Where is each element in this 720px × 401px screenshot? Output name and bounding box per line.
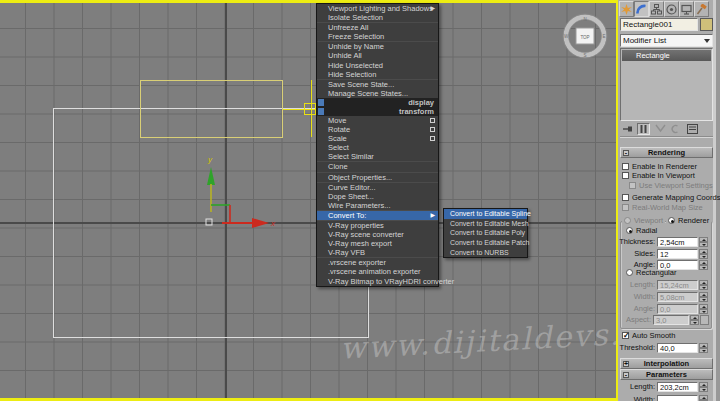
collapse-icon[interactable]: - xyxy=(623,150,629,156)
stack-toolbar xyxy=(620,122,713,137)
menu-item-vrscene-exporter[interactable]: .vrscene exporter xyxy=(317,258,438,267)
sides-input[interactable]: 12 xyxy=(657,249,698,259)
threshold-spinner[interactable] xyxy=(699,343,708,353)
menu-item-select-similar[interactable]: Select Similar xyxy=(317,152,438,161)
modifier-list-dropdown[interactable]: Modifier List xyxy=(620,34,713,47)
viewcube[interactable]: TOP N E S W xyxy=(556,8,614,66)
menu-item-curve-editor[interactable]: Curve Editor... xyxy=(317,183,438,192)
menu-item-vray-vfb[interactable]: V-Ray VFB xyxy=(317,248,438,257)
menu-item-dope-sheet[interactable]: Dope Sheet... xyxy=(317,192,438,201)
menu-item-save-scene-state[interactable]: Save Scene State... xyxy=(317,80,438,89)
modifier-stack[interactable]: Rectangle xyxy=(620,48,713,121)
menu-item-object-properties[interactable]: Object Properties... xyxy=(317,173,438,182)
sides-spinner[interactable] xyxy=(699,249,708,259)
show-end-result-button[interactable] xyxy=(637,123,650,135)
tab-display[interactable] xyxy=(679,1,694,17)
collapse-icon[interactable]: - xyxy=(623,372,629,378)
context-menu: Viewport Lighting and Shadows▶ Isolate S… xyxy=(316,3,439,287)
motion-icon xyxy=(666,4,677,15)
param-length-input[interactable]: 203,2cm xyxy=(657,382,698,392)
spinner-down-icon[interactable] xyxy=(699,387,708,392)
pin-icon xyxy=(623,124,634,134)
settings-box-icon[interactable] xyxy=(430,127,435,132)
menu-item-vray-scene-converter[interactable]: V-Ray scene converter xyxy=(317,230,438,239)
tab-motion[interactable] xyxy=(664,1,679,17)
enable-in-viewport-checkbox[interactable] xyxy=(622,172,629,179)
rectangular-radio[interactable] xyxy=(626,269,633,276)
menu-item-rotate[interactable]: Rotate xyxy=(317,125,438,134)
enable-in-renderer-checkbox[interactable] xyxy=(622,163,629,170)
viewcube-e-label: E xyxy=(602,34,605,39)
menu-item-wire-parameters[interactable]: Wire Parameters... xyxy=(317,201,438,210)
thickness-spinner[interactable] xyxy=(699,237,708,247)
spinner-down-icon[interactable] xyxy=(699,265,708,270)
object-color-swatch[interactable] xyxy=(700,18,713,31)
tab-create[interactable] xyxy=(619,1,634,17)
thickness-input[interactable]: 2,54cm xyxy=(657,237,698,247)
make-unique-button[interactable] xyxy=(654,123,667,135)
expand-icon[interactable]: + xyxy=(623,361,629,367)
y-axis-arrowhead xyxy=(207,167,215,185)
menu-item-vrscene-animation-exporter[interactable]: .vrscene animation exporter xyxy=(317,267,438,276)
spinner-down-icon[interactable] xyxy=(699,254,708,259)
pin-stack-button[interactable] xyxy=(622,123,635,135)
submenu-arrow-icon: ▶ xyxy=(430,4,435,13)
menu-item-vray-mesh-export[interactable]: V-Ray mesh export xyxy=(317,239,438,248)
menu-item-hide-selection[interactable]: Hide Selection xyxy=(317,70,438,79)
submenu-item-editable-patch[interactable]: Convert to Editable Patch xyxy=(444,238,527,248)
submenu-item-nurbs[interactable]: Convert to NURBS xyxy=(444,248,527,258)
stack-item-rectangle[interactable]: Rectangle xyxy=(622,50,711,61)
threshold-input[interactable]: 40,0 xyxy=(657,343,698,353)
param-width-input[interactable] xyxy=(657,395,698,401)
menu-item-vray-properties[interactable]: V-Ray properties xyxy=(317,221,438,230)
tab-utilities[interactable] xyxy=(694,1,709,17)
param-width-row: Width: xyxy=(618,394,710,401)
settings-box-icon[interactable] xyxy=(430,136,435,141)
radial-radio[interactable] xyxy=(626,227,633,234)
viewcube-n-label: N xyxy=(583,17,586,22)
param-length-spinner[interactable] xyxy=(699,382,708,392)
rect-width-spinner xyxy=(699,292,708,302)
rollout-rendering[interactable]: - Rendering xyxy=(620,147,713,158)
settings-box-icon[interactable] xyxy=(430,118,435,123)
menu-item-scale[interactable]: Scale xyxy=(317,134,438,143)
auto-smooth-checkbox[interactable] xyxy=(622,332,629,339)
menu-item-vray-bitmap-converter[interactable]: V-Ray Bitmap to VRayHDRI converter xyxy=(317,277,438,286)
menu-item-clone[interactable]: Clone xyxy=(317,162,438,171)
generate-mapping-row: Generate Mapping Coords. xyxy=(622,193,720,202)
angle-spinner[interactable] xyxy=(699,260,708,270)
menu-item-freeze-selection[interactable]: Freeze Selection xyxy=(317,32,438,41)
rollout-parameters[interactable]: - Parameters xyxy=(620,369,713,380)
menu-item-unhide-by-name[interactable]: Unhide by Name xyxy=(317,42,438,51)
menu-item-select[interactable]: Select xyxy=(317,143,438,152)
menu-item-isolate-selection[interactable]: Isolate Selection xyxy=(317,13,438,22)
menu-item-unhide-all[interactable]: Unhide All xyxy=(317,51,438,60)
viewport-top[interactable]: y x TOP N E S W www.dijitaldevs.c xyxy=(0,0,618,401)
object-name-field[interactable]: Rectangle001 xyxy=(620,18,698,31)
param-width-spinner[interactable] xyxy=(699,395,708,401)
modify-icon xyxy=(636,4,647,15)
spinner-down-icon[interactable] xyxy=(699,242,708,247)
submenu-item-editable-mesh[interactable]: Convert to Editable Mesh xyxy=(444,219,527,229)
menu-item-unfreeze-all[interactable]: Unfreeze All xyxy=(317,23,438,32)
viewcube-s-label: S xyxy=(583,53,586,58)
menu-item-viewport-lighting[interactable]: Viewport Lighting and Shadows▶ xyxy=(317,4,438,13)
rollout-interpolation[interactable]: + Interpolation xyxy=(620,358,713,369)
configure-modifier-sets-button[interactable] xyxy=(686,123,699,135)
chevron-down-icon xyxy=(704,39,710,43)
rect-width-input: 5,08cm xyxy=(657,292,698,302)
spinner-down-icon[interactable] xyxy=(699,348,708,353)
tab-modify[interactable] xyxy=(634,1,649,17)
menu-item-hide-unselected[interactable]: Hide Unselected xyxy=(317,61,438,70)
submenu-item-editable-spline[interactable]: Convert to Editable Spline xyxy=(444,209,527,219)
submenu-item-editable-poly[interactable]: Convert to Editable Poly xyxy=(444,228,527,238)
menu-item-manage-scene-states[interactable]: Manage Scene States... xyxy=(317,89,438,98)
generate-mapping-checkbox[interactable] xyxy=(622,194,629,201)
remove-modifier-button[interactable] xyxy=(668,123,681,135)
menu-item-move[interactable]: Move xyxy=(317,116,438,125)
renderer-radio[interactable] xyxy=(668,217,675,224)
menu-item-convert-to[interactable]: Convert To:▶ xyxy=(317,211,438,220)
tab-hierarchy[interactable] xyxy=(649,1,664,17)
x-axis-arrowhead xyxy=(252,218,269,228)
rectangle001-shape[interactable] xyxy=(140,80,283,138)
